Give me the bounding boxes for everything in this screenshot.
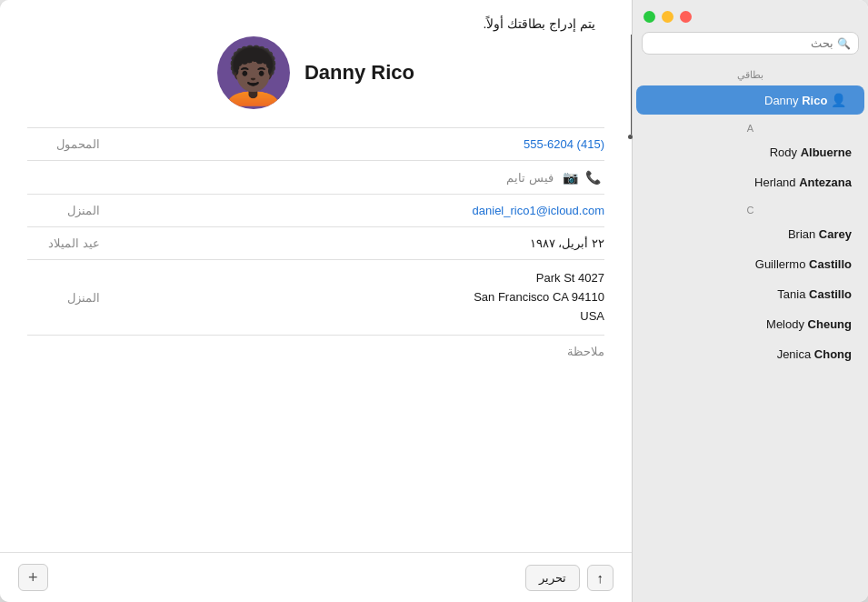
list-item[interactable]: Guillermo Castillo bbox=[636, 250, 864, 278]
contact-first-name: Herland bbox=[754, 176, 796, 189]
facetime-field-row: 📞 📷 فيس تايم bbox=[27, 160, 604, 194]
active-contact-first-name: Danny bbox=[764, 94, 799, 107]
footer-left-buttons: ↑ تحرير bbox=[525, 565, 614, 591]
my-card-section-header: بطاقي bbox=[633, 64, 868, 85]
contact-name-heading: Danny Rico bbox=[304, 61, 414, 85]
facetime-icons: 📞 📷 bbox=[563, 170, 601, 185]
address-field-row: 4027 Park St San Francisco CA 94110 USA … bbox=[27, 259, 604, 335]
avatar-emoji: 🧑🏿‍🦱 bbox=[219, 49, 287, 104]
contact-first-name: Tania bbox=[777, 287, 805, 301]
minimize-button[interactable] bbox=[662, 11, 673, 23]
window-controls bbox=[633, 0, 868, 32]
birthday-label: عيد الميلاد bbox=[27, 236, 100, 250]
contact-last-name: Cheung bbox=[808, 317, 852, 331]
list-item[interactable]: Jenica Chong bbox=[636, 340, 864, 368]
avatar: 🧑🏿‍🦱 bbox=[217, 36, 290, 109]
search-input[interactable] bbox=[650, 36, 833, 50]
contact-first-name: Guillermo bbox=[755, 257, 806, 271]
list-item[interactable]: Herland Antezana bbox=[636, 168, 864, 196]
phone-field-row: (415) 555-6204 المحمول bbox=[27, 127, 604, 160]
active-contact-item[interactable]: 👤 Danny Rico bbox=[636, 85, 864, 115]
list-item[interactable]: Brian Carey bbox=[636, 220, 864, 248]
share-button[interactable]: ↑ bbox=[587, 565, 614, 591]
address-line3: USA bbox=[109, 307, 604, 326]
maximize-button[interactable] bbox=[644, 11, 655, 23]
contact-fields: (415) 555-6204 المحمول 📞 📷 فيس تايم dani… bbox=[0, 127, 632, 552]
phone-label: المحمول bbox=[27, 137, 100, 151]
email-value[interactable]: daniel_rico1@icloud.com bbox=[109, 204, 604, 217]
edit-button[interactable]: تحرير bbox=[525, 565, 580, 591]
email-label: المنزل bbox=[27, 204, 100, 217]
contact-footer: ↑ تحرير + bbox=[0, 552, 632, 602]
contact-last-name: Castillo bbox=[809, 257, 852, 271]
app-window: Danny Rico 🧑🏿‍🦱 (415) 555-6204 المحمول 📞… bbox=[0, 0, 868, 602]
address-value: 4027 Park St San Francisco CA 94110 USA bbox=[109, 269, 604, 326]
search-bar: 🔍 bbox=[633, 32, 868, 64]
search-icon: 🔍 bbox=[837, 37, 851, 50]
phone-icon[interactable]: 📞 bbox=[585, 170, 601, 185]
contact-last-name: Antezana bbox=[799, 176, 852, 189]
close-button[interactable] bbox=[680, 11, 692, 23]
contact-detail-panel: Danny Rico 🧑🏿‍🦱 (415) 555-6204 المحمول 📞… bbox=[0, 0, 632, 602]
address-label: المنزل bbox=[27, 291, 100, 305]
sidebar: 🔍 بطاقي 👤 Danny Rico A Rody Albuerne Her… bbox=[632, 0, 868, 602]
contact-first-name: Melody bbox=[766, 317, 804, 331]
address-line2: San Francisco CA 94110 bbox=[109, 288, 604, 307]
list-item[interactable]: Tania Castillo bbox=[636, 280, 864, 308]
address-line1: 4027 Park St bbox=[109, 269, 604, 288]
contact-first-name: Brian bbox=[788, 227, 815, 241]
birthday-field-row: ٢٢ أبريل، ١٩٨٧ عيد الميلاد bbox=[27, 226, 604, 259]
facetime-label: فيس تايم bbox=[481, 171, 554, 185]
contact-last-name: Castillo bbox=[809, 287, 852, 301]
email-field-row: daniel_rico1@icloud.com المنزل bbox=[27, 194, 604, 226]
search-input-wrap: 🔍 bbox=[642, 32, 859, 55]
active-contact-last-name: Rico bbox=[802, 94, 827, 107]
list-item[interactable]: Rody Albuerne bbox=[636, 138, 864, 166]
contact-last-name: Carey bbox=[819, 227, 852, 241]
video-icon[interactable]: 📷 bbox=[563, 170, 578, 185]
contact-last-name: Albuerne bbox=[801, 145, 852, 159]
contact-first-name: Jenica bbox=[777, 347, 812, 361]
add-button[interactable]: + bbox=[18, 564, 48, 591]
contact-header: Danny Rico 🧑🏿‍🦱 bbox=[0, 0, 632, 127]
contact-first-name: Rody bbox=[770, 145, 797, 159]
note-label: ملاحظة bbox=[27, 335, 604, 367]
active-contact-icon: 👤 bbox=[831, 93, 846, 107]
contact-last-name: Chong bbox=[814, 347, 852, 361]
list-item[interactable]: Melody Cheung bbox=[636, 310, 864, 338]
birthday-value: ٢٢ أبريل، ١٩٨٧ bbox=[109, 236, 604, 250]
section-c-divider: C bbox=[633, 197, 868, 219]
phone-value[interactable]: (415) 555-6204 bbox=[109, 137, 604, 151]
section-a-divider: A bbox=[633, 115, 868, 137]
